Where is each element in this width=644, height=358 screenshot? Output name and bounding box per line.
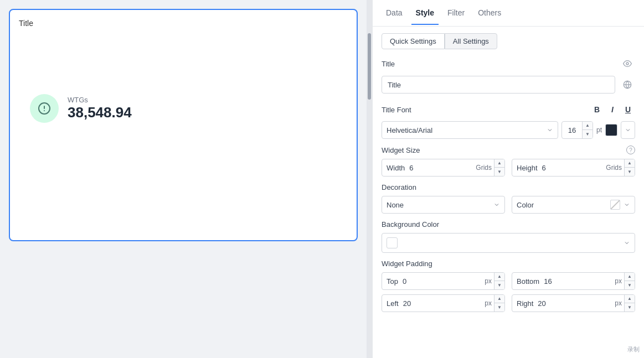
height-label: Height (512, 164, 542, 172)
padding-left-unit: px (485, 299, 494, 307)
background-color-row[interactable] (382, 233, 635, 253)
font-size-value[interactable] (562, 126, 582, 134)
height-unit: Grids (606, 164, 624, 172)
decoration-label: Decoration (382, 183, 416, 191)
title-section: Title (373, 56, 644, 102)
padding-top-input[interactable] (403, 277, 485, 286)
widget-size-row: Width Grids ▲ ▼ Height Grids ▲ ▼ (382, 159, 635, 177)
height-field[interactable]: Height Grids ▲ ▼ (512, 159, 635, 177)
padding-right-label: Right (512, 299, 538, 308)
background-color-label: Background Color (382, 220, 439, 229)
title-section-header: Title (382, 56, 635, 71)
padding-left-field[interactable]: Left px ▲ ▼ (382, 294, 505, 312)
background-color-section: Background Color (373, 220, 644, 260)
widget-data: WTGs 38,548.94 (68, 96, 132, 121)
chevron-down-icon (547, 127, 553, 133)
decoration-chevron-icon (493, 201, 500, 208)
padding-left-up[interactable]: ▲ (494, 295, 504, 303)
font-section: Title Font B I U Helvetica/Arial ▲ ▼ (373, 102, 644, 146)
background-chevron-icon (624, 240, 630, 246)
padding-top-bottom-row: Top px ▲ ▼ Bottom px ▲ ▼ (382, 272, 635, 290)
widget-padding-label: Widget Padding (382, 260, 432, 268)
tab-data[interactable]: Data (382, 2, 407, 25)
font-style-buttons: B I U (590, 102, 635, 117)
font-size-input[interactable]: ▲ ▼ (561, 121, 593, 139)
padding-right-down[interactable]: ▼ (625, 303, 635, 312)
font-size-down[interactable]: ▼ (583, 130, 593, 138)
all-settings-btn[interactable]: All Settings (445, 33, 497, 49)
widget-label: WTGs (68, 96, 132, 104)
padding-right-input[interactable] (538, 299, 615, 308)
font-family-dropdown[interactable]: Helvetica/Arial (382, 121, 558, 139)
widget-content: WTGs 38,548.94 (19, 94, 348, 123)
font-size-up[interactable]: ▲ (583, 122, 593, 130)
width-unit: Grids (476, 164, 494, 172)
padding-bottom-input[interactable] (544, 277, 615, 286)
padding-top-up[interactable]: ▲ (494, 273, 504, 281)
padding-bottom-down[interactable]: ▼ (625, 281, 635, 289)
widget-card-title: Title (19, 19, 348, 28)
italic-button[interactable]: I (605, 102, 620, 117)
tab-others[interactable]: Others (473, 2, 506, 25)
padding-bottom-up[interactable]: ▲ (625, 273, 635, 281)
decoration-color-label: Color (517, 201, 610, 209)
decoration-color-dropdown[interactable]: Color (512, 196, 635, 214)
font-color-dropdown[interactable] (621, 121, 635, 139)
chevron-down-icon-2 (625, 127, 631, 133)
padding-bottom-unit: px (615, 277, 624, 285)
decoration-row: None Color (382, 196, 635, 214)
title-label: Title (382, 60, 395, 68)
tab-style[interactable]: Style (411, 2, 439, 25)
eye-icon[interactable] (620, 56, 635, 71)
padding-top-field[interactable]: Top px ▲ ▼ (382, 272, 505, 290)
height-up[interactable]: ▲ (625, 159, 635, 168)
padding-bottom-spinners: ▲ ▼ (624, 273, 635, 289)
title-input[interactable] (382, 76, 615, 94)
padding-right-up[interactable]: ▲ (625, 295, 635, 303)
padding-top-unit: px (485, 277, 494, 285)
scrollbar-thumb[interactable] (368, 33, 371, 100)
alert-circle-icon (38, 102, 51, 115)
decoration-color-chevron-icon (624, 201, 630, 208)
widget-padding-section: Widget Padding Top px ▲ ▼ Bottom px ▲ (373, 260, 644, 319)
tabs-header: Data Style Filter Others (373, 0, 644, 27)
widget-size-label: Widget Size (382, 146, 420, 154)
width-field[interactable]: Width Grids ▲ ▼ (382, 159, 505, 177)
width-up[interactable]: ▲ (494, 159, 504, 168)
height-input[interactable] (542, 164, 606, 172)
padding-left-input[interactable] (403, 299, 485, 308)
bold-button[interactable]: B (590, 102, 604, 117)
decoration-dropdown[interactable]: None (382, 196, 505, 214)
padding-left-down[interactable]: ▼ (494, 303, 504, 312)
decoration-header: Decoration (382, 183, 635, 191)
padding-right-spinners: ▲ ▼ (624, 295, 635, 312)
widget-size-section: Widget Size ? Width Grids ▲ ▼ Height Gri… (373, 146, 644, 183)
background-color-swatch (387, 237, 398, 248)
globe-icon[interactable] (620, 77, 635, 92)
tab-filter[interactable]: Filter (443, 2, 469, 25)
padding-bottom-label: Bottom (512, 277, 544, 286)
font-size-spinners: ▲ ▼ (582, 122, 593, 138)
help-icon[interactable]: ? (626, 146, 635, 154)
font-family-value: Helvetica/Arial (387, 126, 547, 134)
widget-value: 38,548.94 (68, 104, 132, 121)
widget-card: Title WTGs 38,548.94 (9, 9, 358, 241)
widget-size-header: Widget Size ? (382, 146, 635, 154)
width-label: Width (382, 164, 409, 172)
width-down[interactable]: ▼ (494, 168, 504, 176)
padding-bottom-field[interactable]: Bottom px ▲ ▼ (512, 272, 635, 290)
font-size-unit: pt (596, 126, 602, 134)
width-input[interactable] (409, 164, 476, 172)
font-label: Title Font (382, 106, 411, 114)
font-section-header: Title Font B I U (382, 102, 635, 117)
widget-padding-header: Widget Padding (382, 260, 635, 268)
scrollbar[interactable] (367, 0, 372, 358)
font-color-swatch[interactable] (605, 124, 617, 136)
widget-icon-circle (30, 94, 59, 123)
underline-button[interactable]: U (621, 102, 635, 117)
font-row: Helvetica/Arial ▲ ▼ pt (382, 121, 635, 139)
height-down[interactable]: ▼ (625, 168, 635, 176)
padding-top-down[interactable]: ▼ (494, 281, 504, 289)
quick-settings-btn[interactable]: Quick Settings (382, 33, 445, 49)
padding-right-field[interactable]: Right px ▲ ▼ (512, 294, 635, 312)
